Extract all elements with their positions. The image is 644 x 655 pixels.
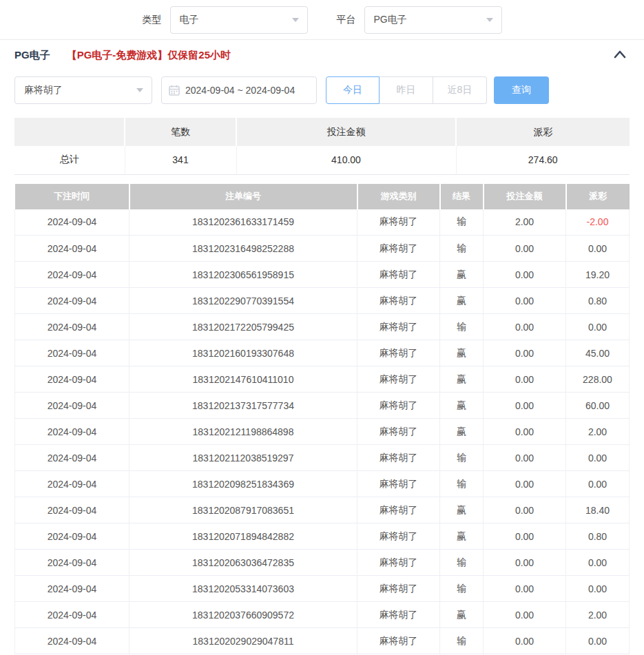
- cell-bet-time: 2024-09-04: [15, 419, 129, 445]
- summary-total-count: 341: [125, 146, 236, 174]
- cell-game-type: 麻将胡了: [357, 550, 440, 576]
- cell-game-type: 麻将胡了: [357, 497, 440, 523]
- cell-game-type: 麻将胡了: [357, 236, 440, 262]
- records-table-wrap: 下注时间 注单编号 游戏类别 结果 投注金额 派彩 2024-09-041831…: [0, 184, 644, 655]
- table-row: 2024-09-041831202290770391554麻将胡了赢0.000.…: [15, 288, 630, 314]
- table-row: 2024-09-041831202172205799425麻将胡了输0.000.…: [15, 314, 630, 340]
- cell-bet-time: 2024-09-04: [15, 209, 129, 236]
- cell-game-type: 麻将胡了: [357, 340, 440, 366]
- cell-bet-time: 2024-09-04: [15, 602, 129, 628]
- summary-total-bet-amount: 410.00: [236, 146, 456, 174]
- cell-game-type: 麻将胡了: [357, 262, 440, 288]
- section-header: PG电子 【PG电子-免费游戏】仅保留25小时: [0, 40, 644, 70]
- cell-result: 输: [440, 445, 484, 471]
- cell-result: 赢: [440, 523, 484, 550]
- quick-range-button-0[interactable]: 今日: [326, 76, 380, 104]
- date-range-input[interactable]: 2024-09-04 ~ 2024-09-04: [161, 76, 317, 104]
- quick-range-button-2[interactable]: 近8日: [433, 76, 487, 104]
- cell-result: 输: [440, 236, 484, 262]
- cell-result: 输: [440, 471, 484, 497]
- cell-order-id: 1831202071894842882: [129, 523, 357, 550]
- cell-result: 输: [440, 550, 484, 576]
- cell-result: 赢: [440, 366, 484, 393]
- cell-payout: 0.00: [566, 576, 630, 602]
- summary-table-wrap: 笔数 投注金额 派彩 总计 341 410.00 274.60: [0, 118, 644, 175]
- cell-game-type: 麻将胡了: [357, 523, 440, 550]
- search-button[interactable]: 查询: [494, 76, 549, 104]
- summary-header-blank: [14, 118, 125, 146]
- cell-order-id: 1831202316498252288: [129, 236, 357, 262]
- platform-filter-group: 平台 PG电子: [337, 6, 502, 34]
- table-row: 2024-09-041831202037660909572麻将胡了赢0.002.…: [15, 602, 630, 628]
- cell-order-id: 1831202147610411010: [129, 366, 357, 393]
- column-header-bet-amount: 投注金额: [484, 184, 566, 209]
- summary-total-payout: 274.60: [456, 146, 630, 174]
- cell-payout: 0.00: [566, 471, 630, 497]
- cell-result: 赢: [440, 288, 484, 314]
- cell-order-id: 1831202306561958915: [129, 262, 357, 288]
- column-header-bet-time: 下注时间: [15, 184, 129, 209]
- summary-header-bet-amount: 投注金额: [236, 118, 456, 146]
- cell-payout: 0.00: [566, 628, 630, 654]
- cell-payout: 0.80: [566, 288, 630, 314]
- game-select[interactable]: 麻将胡了: [14, 76, 152, 104]
- chevron-down-icon: [136, 88, 143, 92]
- chevron-up-icon[interactable]: [614, 50, 626, 59]
- cell-result: 赢: [440, 393, 484, 419]
- cell-bet-amount: 0.00: [484, 550, 566, 576]
- cell-order-id: 1831202063036472835: [129, 550, 357, 576]
- quick-range-group: 今日昨日近8日: [326, 76, 487, 104]
- cell-order-id: 1831202053314073603: [129, 576, 357, 602]
- cell-game-type: 麻将胡了: [357, 393, 440, 419]
- cell-order-id: 1831202029029047811: [129, 628, 357, 654]
- cell-bet-time: 2024-09-04: [15, 445, 129, 471]
- cell-game-type: 麻将胡了: [357, 628, 440, 654]
- type-filter-group: 类型 电子: [143, 6, 308, 34]
- cell-bet-amount: 0.00: [484, 288, 566, 314]
- cell-result: 输: [440, 209, 484, 236]
- cell-game-type: 麻将胡了: [357, 314, 440, 340]
- table-row: 2024-09-041831202053314073603麻将胡了输0.000.…: [15, 576, 630, 602]
- platform-select[interactable]: PG电子: [364, 6, 502, 34]
- cell-game-type: 麻将胡了: [357, 419, 440, 445]
- cell-payout: 0.00: [566, 445, 630, 471]
- cell-order-id: 1831202172205799425: [129, 314, 357, 340]
- cell-result: 赢: [440, 419, 484, 445]
- table-row: 2024-09-041831202098251834369麻将胡了输0.000.…: [15, 471, 630, 497]
- table-row: 2024-09-041831202147610411010麻将胡了赢0.0022…: [15, 366, 630, 393]
- cell-payout: 0.00: [566, 314, 630, 340]
- chevron-down-icon: [486, 18, 493, 22]
- cell-bet-time: 2024-09-04: [15, 523, 129, 550]
- table-row: 2024-09-041831202160193307648麻将胡了赢0.0045…: [15, 340, 630, 366]
- cell-game-type: 麻将胡了: [357, 445, 440, 471]
- cell-payout: 0.00: [566, 550, 630, 576]
- type-select[interactable]: 电子: [170, 6, 308, 34]
- table-row: 2024-09-041831202306561958915麻将胡了赢0.0019…: [15, 262, 630, 288]
- summary-header-row: 笔数 投注金额 派彩: [14, 118, 630, 146]
- cell-bet-time: 2024-09-04: [15, 471, 129, 497]
- table-row: 2024-09-041831202316498252288麻将胡了输0.000.…: [15, 236, 630, 262]
- cell-order-id: 1831202098251834369: [129, 471, 357, 497]
- cell-payout: 60.00: [566, 393, 630, 419]
- cell-order-id: 1831202290770391554: [129, 288, 357, 314]
- cell-bet-time: 2024-09-04: [15, 288, 129, 314]
- cell-payout: 2.00: [566, 419, 630, 445]
- records-header-row: 下注时间 注单编号 游戏类别 结果 投注金额 派彩: [15, 184, 630, 209]
- game-select-value: 麻将胡了: [24, 84, 63, 96]
- cell-payout: 18.40: [566, 497, 630, 523]
- cell-result: 赢: [440, 340, 484, 366]
- cell-bet-amount: 0.00: [484, 419, 566, 445]
- summary-header-count: 笔数: [125, 118, 236, 146]
- quick-range-button-1[interactable]: 昨日: [380, 76, 433, 104]
- cell-bet-time: 2024-09-04: [15, 497, 129, 523]
- section-title: PG电子: [14, 49, 50, 62]
- query-row: 麻将胡了 2024-09-04 ~ 2024-09-04 今日昨日近8日 查询: [0, 70, 644, 105]
- cell-result: 输: [440, 314, 484, 340]
- cell-bet-amount: 0.00: [484, 628, 566, 654]
- type-select-value: 电子: [180, 14, 199, 26]
- cell-order-id: 1831202160193307648: [129, 340, 357, 366]
- cell-payout: 0.80: [566, 523, 630, 550]
- cell-result: 输: [440, 576, 484, 602]
- cell-game-type: 麻将胡了: [357, 288, 440, 314]
- cell-payout: 2.00: [566, 602, 630, 628]
